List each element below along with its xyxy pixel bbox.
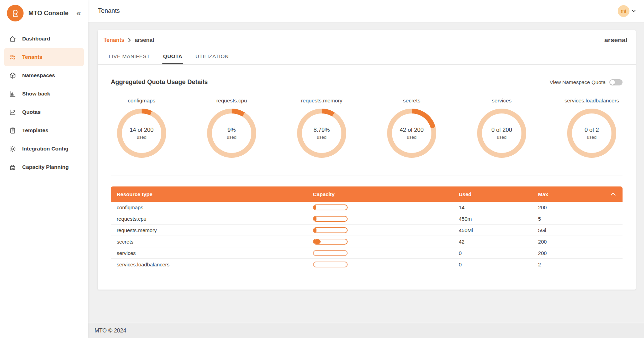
donut-services: services0 of 200used [471, 98, 533, 158]
app-logo [7, 5, 24, 21]
topbar-title: Tenants [98, 7, 120, 15]
chevron-right-icon [128, 38, 131, 42]
cell-resource-type: requests.memory [111, 227, 313, 233]
cell-capacity [313, 239, 459, 245]
donut-value: 8.79% [314, 127, 330, 133]
capacity-bar [313, 239, 348, 245]
sidebar-item-integration-config[interactable]: Integration Config [4, 140, 84, 158]
cell-max: 200 [538, 239, 597, 245]
donut-center: 42 of 200used [387, 109, 436, 158]
cell-max: 5 [538, 216, 597, 222]
sidebar-item-dashboard[interactable]: Dashboard [4, 30, 84, 48]
sidebar-menu: DashboardTenantsNamespacesShow backQuota… [0, 30, 88, 176]
table-row: services.loadbalancers02 [111, 259, 623, 270]
donut-sub-label: used [227, 135, 236, 140]
breadcrumb-current: arsenal [135, 37, 154, 43]
table-row: secrets42200 [111, 236, 623, 247]
content: Tenants arsenal arsenal LIVE MANIFESTQUO… [88, 22, 644, 323]
cell-capacity [313, 216, 459, 222]
sidebar-item-namespaces[interactable]: Namespaces [4, 66, 84, 84]
donut-sub-label: used [317, 135, 327, 140]
donut-secrets: secrets42 of 200used [381, 98, 442, 158]
sidebar-item-label: Namespaces [22, 72, 55, 79]
header-used[interactable]: Used [459, 191, 538, 197]
tab-live-manifest[interactable]: LIVE MANIFEST [108, 49, 151, 64]
sidebar-item-label: Integration Config [22, 146, 68, 152]
header-capacity[interactable]: Capacity [313, 191, 459, 197]
donut-chart: 0 of 200used [477, 109, 526, 158]
namespace-quota-toggle[interactable] [609, 79, 623, 85]
donut-chart: 0 of 2used [567, 109, 616, 158]
cell-resource-type: services [111, 250, 313, 256]
breadcrumb: Tenants arsenal [104, 37, 154, 43]
toggle-wrap: View Namespace Quota [550, 79, 623, 85]
donut-value: 14 of 200 [130, 127, 154, 133]
donut-sub-label: used [497, 135, 507, 140]
tab-quota[interactable]: QUOTA [162, 49, 183, 64]
table-header: Resource type Capacity Used Max [111, 186, 623, 202]
tab-utilization[interactable]: UTILIZATION [195, 49, 230, 64]
tenant-detail-card: Tenants arsenal arsenal LIVE MANIFESTQUO… [98, 30, 636, 290]
donut-configmaps: configmaps14 of 200used [111, 98, 172, 158]
donut-value: 0 of 2 [584, 127, 599, 133]
table-row: configmaps14200 [111, 202, 623, 213]
capacity-bar [313, 262, 348, 267]
donut-services.loadbalancers: services.loadbalancers0 of 2used [561, 98, 623, 158]
footer: MTO © 2024 [88, 323, 644, 338]
quota-section: Aggregated Quota Usage Details View Name… [98, 79, 636, 290]
donut-label: requests.memory [301, 98, 342, 104]
donut-chart: 42 of 200used [387, 109, 436, 158]
sidebar-item-label: Capacity Planning [22, 164, 69, 170]
integration-config-icon [9, 145, 16, 153]
donut-chart: 9%used [207, 109, 256, 158]
sidebar-item-show-back[interactable]: Show back [4, 85, 84, 103]
capacity-bar [313, 227, 348, 233]
cell-resource-type: requests.cpu [111, 216, 313, 222]
cell-used: 0 [459, 250, 538, 256]
cell-resource-type: secrets [111, 239, 313, 245]
page-title: arsenal [604, 36, 627, 44]
header-max[interactable]: Max [538, 191, 597, 197]
divider [111, 175, 623, 175]
sidebar-item-templates[interactable]: Templates [4, 121, 84, 139]
sidebar-item-tenants[interactable]: Tenants [4, 48, 84, 66]
donut-label: secrets [403, 98, 420, 104]
table-body: configmaps14200requests.cpu450m5requests… [111, 202, 623, 270]
cell-capacity [313, 262, 459, 267]
cell-capacity [313, 227, 459, 233]
header-resource-type[interactable]: Resource type [111, 191, 313, 197]
topbar-right: mt [618, 5, 636, 17]
main-column: Tenants mt Tenants arsenal arsenal LIVE … [88, 0, 644, 338]
avatar[interactable]: mt [618, 5, 629, 17]
toggle-label: View Namespace Quota [550, 79, 606, 85]
sidebar-item-label: Dashboard [22, 36, 50, 42]
capacity-bar [313, 204, 348, 210]
cell-used: 14 [459, 204, 538, 210]
cell-resource-type: configmaps [111, 204, 313, 210]
sidebar-item-capacity-planning[interactable]: Capacity Planning [4, 158, 84, 176]
app-title: MTO Console [28, 10, 74, 17]
cell-capacity [313, 204, 459, 210]
home-icon [9, 35, 16, 43]
capacity-bar [313, 250, 348, 256]
breadcrumb-tenants-link[interactable]: Tenants [104, 37, 124, 43]
chevron-down-icon[interactable] [632, 10, 636, 12]
topbar: Tenants mt [88, 0, 644, 22]
sidebar-item-label: Tenants [22, 54, 42, 60]
sidebar-header: MTO Console « [0, 0, 88, 26]
sidebar-item-label: Show back [22, 91, 50, 97]
sidebar-item-quotas[interactable]: Quotas [4, 103, 84, 121]
donut-label: configmaps [128, 98, 155, 104]
quota-table: Resource type Capacity Used Max configma… [111, 186, 623, 290]
table-row: requests.memory450Mi5Gi [111, 225, 623, 236]
capacity-bar [313, 216, 348, 222]
cell-max: 2 [538, 262, 597, 267]
sidebar-collapse-icon[interactable]: « [74, 9, 84, 17]
cell-resource-type: services.loadbalancers [111, 262, 313, 267]
sidebar: MTO Console « DashboardTenantsNamespaces… [0, 0, 88, 338]
chevron-up-icon[interactable] [597, 193, 623, 195]
donut-value: 9% [227, 127, 236, 133]
donut-label: services.loadbalancers [564, 98, 619, 104]
donut-label: requests.cpu [216, 98, 247, 104]
donut-requests.cpu: requests.cpu9%used [201, 98, 262, 158]
